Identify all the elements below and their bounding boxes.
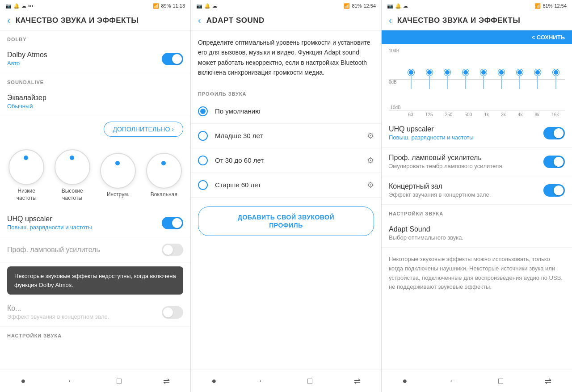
header-1: ‹ КАЧЕСТВО ЗВУКА И ЭФФЕКТЫ [0,11,190,30]
profile-30-60[interactable]: От 30 до 60 лет ⚙ [191,148,381,173]
profile-default[interactable]: По умолчанию [191,99,381,124]
back-button-2[interactable]: ‹ [198,15,201,25]
knob-vocal-dot [161,161,166,165]
lampe-toggle[interactable] [162,244,183,256]
eq-line-500 [465,76,466,89]
nav-recents-2[interactable]: ⇌ [354,376,361,386]
bottom-nav-1: ● ← □ ⇌ [0,370,190,392]
signal-icon-3: 📶 [534,3,541,9]
screen3: 📷 🔔 ☁ 📶 81% 12:54 ‹ КАЧЕСТВО ЗВУКА И ЭФФ… [382,0,572,392]
eq-grid-bot: -10dB [389,105,565,110]
concert-toggle[interactable] [162,306,183,319]
profile-default-label: По умолчанию [215,107,374,115]
knob-treble-dot [70,156,74,160]
knob-vocal: Вокальная [146,153,182,198]
knob-vocal-dial[interactable] [146,153,182,189]
gear-over60-icon[interactable]: ⚙ [367,180,374,190]
radio-default [198,106,208,116]
gear-under30-icon[interactable]: ⚙ [367,131,374,141]
knob-bass-dot [24,156,28,160]
lampe-item-3[interactable]: Проф. ламповый усилитель Эмулировать тем… [382,148,572,176]
notification-icon-3: 🔔 [395,3,401,9]
nav-recents-3[interactable]: ⇌ [545,376,551,386]
nav-dot-3[interactable]: ● [402,376,407,386]
dolby-atmos-item[interactable]: Dolby Atmos Авто [0,45,190,73]
concert-text: Ко... Эффект звучания в концертном зале. [7,304,162,320]
profile-under30[interactable]: Младше 30 лет ⚙ [191,124,381,148]
nav-recents-1[interactable]: ⇌ [163,376,170,386]
knobs-area: Низкиечастоты Высокиечастоты Инструм. [0,142,190,209]
eq-dot-125[interactable] [426,69,433,76]
adapt-sound-title: Adapt Sound [389,225,565,233]
eq-label-500: 500 [465,112,472,117]
notification-icon-2: 🔔 [204,3,210,9]
profile-over60[interactable]: Старше 60 лет ⚙ [191,173,381,198]
equalizer-text: Эквалайзер Обычный [7,94,183,110]
knob-instrument-dial[interactable] [100,153,136,189]
lampe-item[interactable]: Проф. ламповый усилитель [0,237,190,263]
knob-bass-dial[interactable] [8,149,44,185]
add-profile-button[interactable]: ДОБАВИТЬ СВОЙ ЗВУКОВОЙПРОФИЛЬ [198,207,374,236]
knob-treble-dial[interactable] [55,149,90,185]
back-button-1[interactable]: ‹ [7,15,10,25]
nav-dot-1[interactable]: ● [21,376,25,386]
status-right-3: 📶 81% 12:54 [534,3,567,9]
nav-home-3[interactable]: □ [498,376,503,386]
knob-bass-label: Низкиечастоты [17,188,37,202]
uhq-toggle-3[interactable] [543,127,565,139]
eq-dot-1k[interactable] [480,69,487,76]
eq-bar-125 [426,69,433,89]
lampe-toggle-3[interactable] [543,156,565,168]
concert-item-3[interactable]: Концертный зал Эффект звучания в концерт… [382,176,572,205]
bottom-nav-3: ● ← □ ⇌ [382,370,572,392]
nav-back-2[interactable]: ← [258,376,266,386]
eq-line-125 [429,76,430,89]
gear-30-60-icon[interactable]: ⚙ [367,156,374,165]
lampe-text-3: Проф. ламповый усилитель Эмулировать тем… [389,154,543,169]
lampe-subtitle-3: Эмулировать тембр лампового усилителя. [389,163,543,169]
eq-label-125: 125 [425,112,433,117]
advanced-button[interactable]: ДОПОЛНИТЕЛЬНО › [104,122,183,137]
nav-home-2[interactable]: □ [307,376,312,386]
eq-dot-63[interactable] [408,69,414,76]
status-bar-1: 📷 🔔 ☁ ••• 📶 89% 11:13 [0,0,190,11]
adapt-description: Определите оптимальный уровень громкости… [191,30,381,85]
eq-dot-16k[interactable] [553,69,559,76]
eq-grid-top: 10dB [389,48,565,53]
uhq-toggle[interactable] [162,217,183,229]
eq-bar-16k [553,69,559,89]
concert-item[interactable]: Ко... Эффект звучания в концертном зале. [0,298,190,327]
adapt-sound-subtitle: Выбор оптимального звука. [389,234,565,241]
header-3: ‹ КАЧЕСТВО ЗВУКА И ЭФФЕКТЫ [382,11,572,30]
dolby-atmos-toggle[interactable] [162,53,183,65]
radio-over60 [198,180,208,190]
eq-x-labels: 63 125 250 500 1k 2k 4k 8k 16k [389,110,565,117]
camera-icon: 📷 [5,3,12,9]
status-bar-2: 📷 🔔 ☁ 📶 81% 12:54 [191,0,381,11]
eq-line-250 [447,76,448,89]
eq-line-16k [555,76,556,89]
screen1: 📷 🔔 ☁ ••• 📶 89% 11:13 ‹ КАЧЕСТВО ЗВУКА И… [0,0,191,392]
eq-bar-4k [517,69,523,89]
uhq-item-3[interactable]: UHQ upscaler Повыш. разрядности и частот… [382,119,572,148]
page-title-1: КАЧЕСТВО ЗВУКА И ЭФФЕКТЫ [16,16,139,25]
eq-dot-500[interactable] [463,69,469,76]
eq-dot-250[interactable] [444,69,450,76]
nav-back-3[interactable]: ← [449,376,457,386]
eq-line-4k [519,76,520,89]
knob-treble-label: Высокиечастоты [62,188,83,202]
back-button-3[interactable]: ‹ [389,15,392,25]
eq-dot-8k[interactable] [534,69,541,76]
concert-toggle-3[interactable] [543,184,565,197]
nav-back-1[interactable]: ← [67,376,75,386]
nav-dot-2[interactable]: ● [211,376,216,386]
adapt-sound-item[interactable]: Adapt Sound Выбор оптимального звука. [382,219,572,248]
equalizer-item[interactable]: Эквалайзер Обычный [0,88,190,116]
content-3: < СОХНИТЬ 10dB 0dB -10dB [382,30,572,370]
chevron-right-icon: › [172,126,174,133]
eq-dot-2k[interactable] [498,69,505,76]
knob-instrument-label: Инструм. [107,191,130,198]
nav-home-1[interactable]: □ [117,376,122,386]
eq-dot-4k[interactable] [517,69,523,76]
uhq-item[interactable]: UHQ upscaler Повыш. разрядности и частот… [0,209,190,237]
